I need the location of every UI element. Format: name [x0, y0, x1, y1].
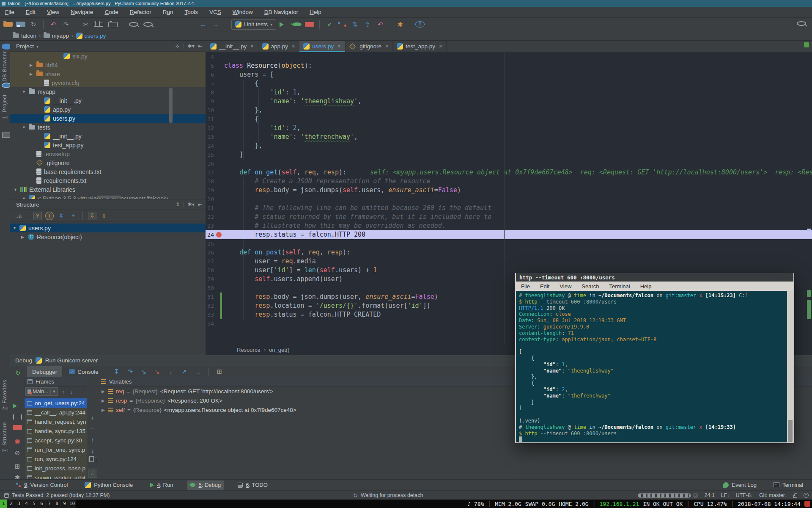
menu-file[interactable]: File [5, 9, 14, 15]
terminal-menu-terminal[interactable]: Terminal [609, 283, 630, 290]
remove-watch-icon[interactable]: − [88, 424, 97, 433]
git-branch-widget[interactable]: Git: master↕ [759, 492, 787, 498]
editor-breadcrumb-on_get()[interactable]: on_get() [269, 347, 289, 353]
db-browser-icon[interactable] [2, 83, 11, 88]
redo-icon[interactable]: ↷ [61, 20, 71, 29]
frame-item[interactable]: on_get, users.py:24 [25, 398, 87, 408]
workspace-5[interactable]: 5 [30, 500, 38, 508]
breadcrumb-users.py[interactable]: users.py [76, 33, 106, 39]
project-item-share[interactable]: ▶share [10, 69, 206, 78]
editor-breadcrumb-Resource[interactable]: Resource [237, 347, 261, 353]
search-everywhere-icon[interactable] [797, 21, 806, 26]
thread-selector[interactable]: Main... ▼ [25, 387, 58, 396]
expand-icon[interactable]: ⇕ [176, 202, 180, 207]
frame-item[interactable]: run_for_one, sync.p [25, 445, 87, 454]
cut-icon[interactable]: ✂ [81, 20, 91, 29]
step-out-icon[interactable]: ↗ [180, 367, 189, 376]
add-watch-icon[interactable]: + [88, 413, 97, 422]
structure-item-Resource_object_[interactable]: ▶CResource(object) [10, 232, 206, 241]
chevron-down-icon[interactable]: ▾ [36, 44, 38, 49]
vcs-commit-icon[interactable]: ⇧ [363, 20, 372, 29]
next-frame-icon[interactable]: ↓ [68, 387, 75, 396]
save-all-icon[interactable] [16, 22, 25, 27]
menu-tools[interactable]: Tools [184, 9, 198, 15]
paste-icon[interactable] [108, 22, 118, 27]
synchronize-icon[interactable]: ↻ [29, 20, 38, 29]
tab-__init__.py[interactable]: __init__.py✕ [206, 41, 258, 52]
tab-.gitignore[interactable]: .gitignore✕ [346, 41, 393, 52]
view-as-tree-icon[interactable]: ∴ [88, 469, 97, 478]
code-line-18[interactable]: 18 # Create a JSON representation of the… [206, 177, 812, 186]
step-into-icon[interactable]: ↘ [139, 367, 148, 376]
collapse-arrow-icon[interactable]: ▼ [14, 188, 18, 192]
terminal-menu-view[interactable]: View [560, 283, 571, 290]
toolwindow-4-run[interactable]: 4: Run [147, 480, 176, 490]
code-line-12[interactable]: 12 'id': 2, [206, 124, 812, 133]
menu-run[interactable]: Run [163, 9, 173, 15]
toolwindow-event-log[interactable]: Event Log [720, 480, 760, 489]
expand-arrow-icon[interactable]: ▶ [30, 72, 34, 76]
code-line-7[interactable]: 7 { [206, 79, 812, 88]
tray-icon[interactable] [804, 501, 810, 507]
code-line-5[interactable]: 5class Resource(object): [206, 61, 812, 70]
view-breakpoints-icon[interactable]: ◉ [13, 436, 22, 446]
menu-help[interactable]: Help [310, 9, 321, 15]
previous-frame-icon[interactable]: ↑ [60, 387, 66, 396]
project-item-__init__.py[interactable]: __init__.py [10, 132, 206, 141]
gear-icon[interactable]: ✱▾ [188, 43, 195, 49]
terminal-window[interactable]: http --timeout 600 :8000/users FileEditV… [515, 273, 794, 443]
code-line-20[interactable]: 20 [206, 195, 812, 204]
vcs-check-icon[interactable]: ✔ [325, 20, 334, 29]
copy-icon[interactable] [94, 22, 103, 27]
copy-value-icon[interactable] [88, 458, 97, 462]
caret-position[interactable]: 24:1 [705, 492, 715, 498]
autoscroll-to-source-icon[interactable]: ⇩ [88, 212, 96, 220]
toolwindow-python-console[interactable]: Python Console [82, 480, 136, 490]
code-line-6[interactable]: 6 users = [ [206, 70, 812, 79]
menu-code[interactable]: Code [104, 9, 118, 15]
project-item-requirements.txt[interactable]: requirements.txt [10, 176, 206, 185]
menu-window[interactable]: Window [233, 9, 253, 15]
step-over-icon[interactable]: ↷ [126, 367, 135, 376]
menu-refactor[interactable]: Refactor [130, 9, 151, 15]
terminal-menu-file[interactable]: File [521, 283, 530, 290]
show-inherited-icon[interactable]: Y [33, 212, 42, 220]
expand-arrow-icon[interactable]: ▶ [21, 235, 25, 239]
workspace-10[interactable]: 10 [69, 500, 76, 508]
move-up-icon[interactable]: ↑ [88, 435, 97, 444]
debug-tab-console[interactable]: ›Console [64, 366, 104, 377]
menu-vcs[interactable]: VCS [209, 9, 221, 15]
menu-navigate[interactable]: Navigate [71, 9, 93, 15]
open-icon[interactable] [3, 22, 13, 27]
tab-users.py[interactable]: users.py✕ [299, 41, 345, 52]
breakpoint-icon[interactable] [216, 232, 222, 237]
tab-test_app.py[interactable]: test_app.py✕ [393, 41, 447, 52]
close-tab-icon[interactable]: ✕ [439, 44, 442, 49]
project-item-.gitignore[interactable]: .gitignore [10, 158, 206, 167]
workspace-7[interactable]: 7 [46, 500, 53, 508]
project-item-six.py[interactable]: six.py [10, 52, 206, 61]
tool-settings-icon[interactable]: ✱ [395, 20, 405, 29]
project-item-__init__.py[interactable]: __init__.py [10, 96, 206, 105]
frame-item[interactable]: __call__, api.py:244 [25, 408, 87, 417]
inspection-ok-icon[interactable] [804, 42, 809, 47]
stop-icon[interactable] [305, 22, 314, 27]
breadcrumb-falcon[interactable]: falcon [13, 33, 36, 39]
menu-edit[interactable]: Edit [26, 9, 36, 15]
replace-icon[interactable] [143, 22, 153, 27]
code-line-14[interactable]: 14 }, [206, 141, 812, 150]
project-item-base-requirements.txt[interactable]: base-requirements.txt [10, 167, 206, 176]
code-line-25[interactable]: 25 [206, 239, 812, 248]
breadcrumb-myapp[interactable]: myapp [44, 33, 69, 39]
code-line-17[interactable]: 17 def on_get(self, req, resp):self: <my… [206, 168, 812, 177]
editor-scrollbar[interactable] [806, 52, 812, 345]
workspace-4[interactable]: 4 [23, 500, 30, 508]
close-tab-icon[interactable]: ✕ [250, 44, 254, 49]
forward-icon[interactable]: → [211, 20, 220, 29]
close-tab-icon[interactable]: ✕ [291, 44, 295, 49]
workspace-8[interactable]: 8 [53, 500, 61, 508]
code-line-16[interactable]: 16 [206, 159, 812, 168]
project-item-myapp[interactable]: ▼myapp [10, 87, 206, 96]
terminal-output[interactable]: # theenglishway @ time in ~/Documents/fa… [516, 291, 787, 442]
help-icon[interactable]: ? [415, 21, 425, 28]
